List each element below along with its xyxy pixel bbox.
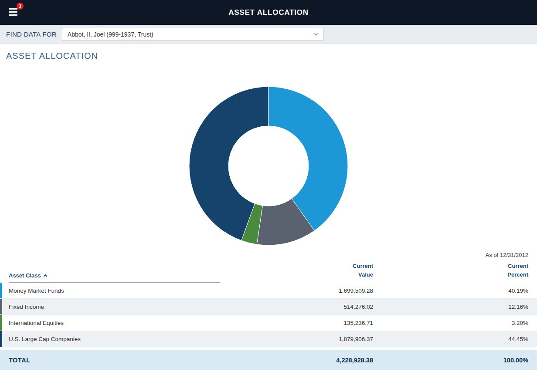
row-color-marker xyxy=(0,331,2,347)
current-value-cell: 135,236.71 xyxy=(220,320,373,326)
hamburger-icon xyxy=(9,8,17,17)
asset-class-cell: Fixed Income xyxy=(0,304,220,310)
asset-class-cell: International Equities xyxy=(0,320,220,326)
donut-chart xyxy=(189,86,348,246)
current-value-cell: 1,699,509.28 xyxy=(220,287,373,294)
current-percent-cell: 40.19% xyxy=(373,287,537,294)
column-header-current-percent[interactable]: Current Percent xyxy=(373,262,537,283)
asset-allocation-table: Asset Class Current Value Current Percen… xyxy=(0,262,537,370)
column-header-current-value[interactable]: Current Value xyxy=(220,262,373,283)
find-data-label: FIND DATA FOR xyxy=(6,30,57,38)
sort-ascending-icon xyxy=(43,274,47,278)
current-percent-cell: 44.45% xyxy=(373,336,537,342)
table-row[interactable]: Fixed Income 514,276.02 12.16% xyxy=(0,299,537,315)
column-header-asset-class[interactable]: Asset Class xyxy=(9,272,220,283)
find-data-selected-value: Abbot, II, Joel (999-1937, Trust) xyxy=(68,31,153,38)
total-label: TOTAL xyxy=(0,357,220,364)
hamburger-menu-button[interactable]: 3 xyxy=(7,5,23,20)
total-value: 4,228,928.38 xyxy=(220,357,373,364)
as-of-date: As of 12/31/2012 xyxy=(0,252,537,258)
total-row: TOTAL 4,228,928.38 100.00% xyxy=(0,350,537,370)
table-row[interactable]: Money Market Funds 1,699,509.28 40.19% xyxy=(0,283,537,299)
row-color-marker xyxy=(0,315,2,331)
table-row[interactable]: International Equities 135,236.71 3.20% xyxy=(0,315,537,331)
current-value-cell: 514,276.02 xyxy=(220,304,373,310)
total-percent: 100.00% xyxy=(373,357,537,364)
current-percent-cell: 3.20% xyxy=(373,320,537,326)
page-title: ASSET ALLOCATION xyxy=(6,51,537,61)
find-data-select[interactable]: Abbot, II, Joel (999-1937, Trust) xyxy=(62,28,323,41)
row-color-marker xyxy=(0,283,2,298)
find-data-bar: FIND DATA FOR Abbot, II, Joel (999-1937,… xyxy=(0,25,537,44)
asset-class-cell: U.S. Large Cap Companies xyxy=(0,336,220,342)
main-content: ASSET ALLOCATION As of 12/31/2012 Asset … xyxy=(0,51,537,370)
table-row[interactable]: U.S. Large Cap Companies 1,879,906.37 44… xyxy=(0,331,537,347)
asset-class-cell: Money Market Funds xyxy=(0,287,220,294)
table-header-row: Asset Class Current Value Current Percen… xyxy=(0,262,537,283)
app-title: ASSET ALLOCATION xyxy=(228,8,309,17)
chevron-down-icon xyxy=(313,30,318,35)
chart-area xyxy=(0,86,537,246)
top-bar: 3 ASSET ALLOCATION xyxy=(0,0,537,25)
current-value-cell: 1,879,906.37 xyxy=(220,336,373,342)
row-color-marker xyxy=(0,299,2,314)
notification-badge: 3 xyxy=(17,3,24,10)
current-percent-cell: 12.16% xyxy=(373,304,537,310)
asset-class-header-label: Asset Class xyxy=(9,272,41,279)
